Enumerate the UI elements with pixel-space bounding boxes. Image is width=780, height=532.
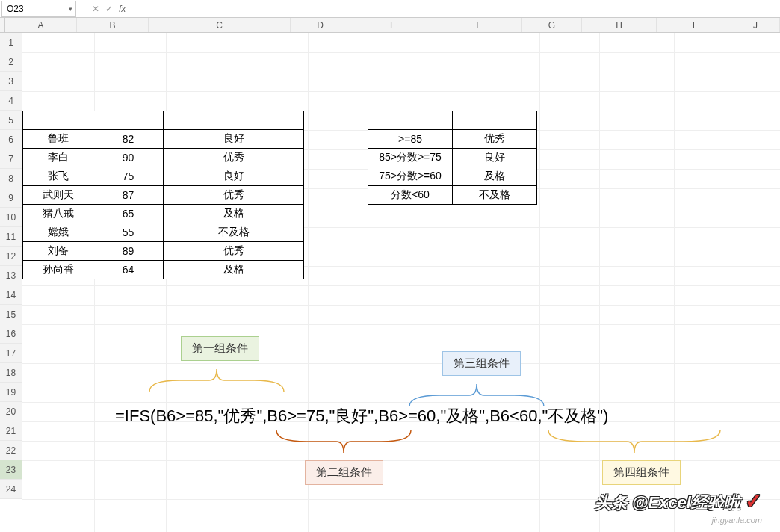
table-cell[interactable]: 优秀: [164, 186, 304, 205]
table-cell[interactable]: 不及格: [453, 186, 537, 205]
table-cell[interactable]: 良好: [164, 167, 304, 186]
row-header-24[interactable]: 24: [0, 480, 22, 499]
row-header-10[interactable]: 10: [0, 208, 22, 227]
t1-header: 姓名: [23, 111, 93, 130]
formula-display: =IFS(B6>=85,"优秀",B6>=75,"良好",B6>=60,"及格"…: [115, 405, 608, 427]
table-cell[interactable]: 嫦娥: [23, 223, 93, 242]
col-header-F[interactable]: F: [436, 18, 522, 32]
col-header-H[interactable]: H: [582, 18, 657, 32]
watermark-text: 头条 @Excel经验啦: [595, 493, 740, 512]
chevron-down-icon[interactable]: ▾: [69, 5, 72, 13]
table-cell[interactable]: 不及格: [164, 223, 304, 242]
row-header-17[interactable]: 17: [0, 344, 22, 363]
row-header-9[interactable]: 9: [0, 188, 22, 208]
cancel-icon[interactable]: ✕: [92, 4, 99, 14]
row-header-23[interactable]: 23: [0, 460, 22, 480]
table-cell[interactable]: 良好: [164, 130, 304, 149]
row-header-1[interactable]: 1: [0, 33, 22, 52]
row-header-22[interactable]: 22: [0, 441, 22, 460]
row-header-5[interactable]: 5: [0, 111, 22, 130]
table-cell[interactable]: 优秀: [453, 130, 537, 149]
table-cell[interactable]: 85>分数>=75: [368, 149, 453, 167]
t1-header: 考核得分: [93, 111, 164, 130]
check-icon: ✓: [745, 489, 762, 513]
table-cell[interactable]: 刘备: [23, 242, 93, 261]
table-cell[interactable]: 90: [93, 149, 164, 167]
col-header-J[interactable]: J: [731, 18, 780, 32]
col-header-A[interactable]: A: [5, 18, 77, 32]
row-headers: 123456789101112131415161718192021222324: [0, 33, 22, 499]
sheet-area[interactable]: 姓名考核得分等级鲁班82良好李白90优秀张飞75良好武则天87优秀猪八戒65及格…: [22, 33, 780, 532]
row-header-6[interactable]: 6: [0, 130, 22, 149]
formula-bar: O23 ▾ ✕ ✓ fx: [0, 0, 780, 18]
rules-table: 分数等级>=85优秀85>分数>=75良好75>分数>=60及格分数<60不及格: [368, 111, 537, 205]
callout-4-label: 第四组条件: [613, 466, 669, 478]
table-cell[interactable]: 良好: [453, 149, 537, 167]
fx-icon[interactable]: fx: [119, 4, 126, 14]
row-header-11[interactable]: 11: [0, 227, 22, 247]
col-header-C[interactable]: C: [149, 18, 291, 32]
main-data-table: 姓名考核得分等级鲁班82良好李白90优秀张飞75良好武则天87优秀猪八戒65及格…: [22, 111, 304, 279]
row-header-14[interactable]: 14: [0, 285, 22, 305]
row-header-21[interactable]: 21: [0, 421, 22, 441]
row-header-20[interactable]: 20: [0, 402, 22, 421]
callout-4: 第四组条件: [602, 460, 681, 485]
table-cell[interactable]: 孙尚香: [23, 261, 93, 279]
row-header-16[interactable]: 16: [0, 324, 22, 344]
row-header-3[interactable]: 3: [0, 72, 22, 91]
table-cell[interactable]: 87: [93, 186, 164, 205]
t2-header: 分数: [368, 111, 453, 130]
table-cell[interactable]: 及格: [453, 167, 537, 186]
col-header-I[interactable]: I: [657, 18, 731, 32]
table-cell[interactable]: 及格: [164, 261, 304, 279]
row-header-8[interactable]: 8: [0, 169, 22, 188]
row-header-18[interactable]: 18: [0, 363, 22, 383]
table-cell[interactable]: 优秀: [164, 149, 304, 167]
table-cell[interactable]: 优秀: [164, 242, 304, 261]
table-cell[interactable]: 分数<60: [368, 186, 453, 205]
watermark: 头条 @Excel经验啦 ✓: [595, 489, 762, 514]
table-cell[interactable]: 李白: [23, 149, 93, 167]
callout-2-label: 第二组条件: [316, 466, 372, 478]
formula-input[interactable]: [126, 1, 780, 17]
table-cell[interactable]: 64: [93, 261, 164, 279]
formula-text-value: =IFS(B6>=85,"优秀",B6>=75,"良好",B6>=60,"及格"…: [115, 406, 608, 425]
table-cell[interactable]: 75>分数>=60: [368, 167, 453, 186]
spreadsheet-grid: ABCDEFGHIJ 12345678910111213141516171819…: [0, 18, 780, 532]
brace-1-icon: [142, 362, 291, 399]
row-header-15[interactable]: 15: [0, 305, 22, 324]
table-cell[interactable]: 鲁班: [23, 130, 93, 149]
row-header-7[interactable]: 7: [0, 149, 22, 169]
column-headers: ABCDEFGHIJ: [0, 18, 780, 33]
row-header-12[interactable]: 12: [0, 247, 22, 266]
row-header-13[interactable]: 13: [0, 266, 22, 285]
table-cell[interactable]: 武则天: [23, 186, 93, 205]
table-cell[interactable]: 猪八戒: [23, 205, 93, 223]
callout-1-label: 第一组条件: [192, 341, 248, 354]
col-header-G[interactable]: G: [522, 18, 582, 32]
table-cell[interactable]: 及格: [164, 205, 304, 223]
watermark-sub-text: jingyanla.com: [712, 516, 762, 525]
table-cell[interactable]: >=85: [368, 130, 453, 149]
select-all-corner[interactable]: [0, 18, 5, 32]
t2-header: 等级: [453, 111, 537, 130]
col-header-B[interactable]: B: [77, 18, 149, 32]
callout-3-label: 第三组条件: [454, 356, 510, 369]
table-cell[interactable]: 张飞: [23, 167, 93, 186]
row-header-19[interactable]: 19: [0, 383, 22, 402]
row-header-2[interactable]: 2: [0, 52, 22, 72]
watermark-sub: jingyanla.com: [712, 516, 762, 525]
table-cell[interactable]: 75: [93, 167, 164, 186]
table-cell[interactable]: 55: [93, 223, 164, 242]
row-header-4[interactable]: 4: [0, 91, 22, 111]
name-box[interactable]: O23 ▾: [1, 1, 76, 17]
callout-1: 第一组条件: [181, 336, 259, 361]
col-header-D[interactable]: D: [291, 18, 350, 32]
brace-4-icon: [541, 423, 728, 460]
table-cell[interactable]: 65: [93, 205, 164, 223]
confirm-icon[interactable]: ✓: [105, 4, 113, 14]
brace-2-icon: [269, 423, 418, 460]
table-cell[interactable]: 82: [93, 130, 164, 149]
table-cell[interactable]: 89: [93, 242, 164, 261]
col-header-E[interactable]: E: [350, 18, 436, 32]
